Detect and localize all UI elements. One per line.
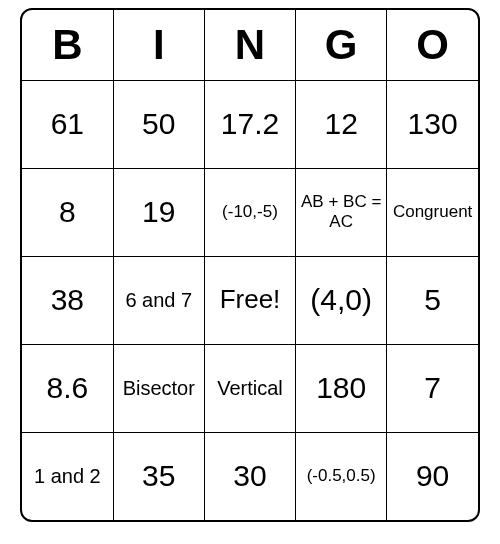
header-o: O [387, 10, 478, 80]
bingo-cell[interactable]: 180 [296, 344, 387, 432]
bingo-cell[interactable]: Bisector [113, 344, 204, 432]
bingo-cell[interactable]: 50 [113, 80, 204, 168]
bingo-cell[interactable]: (-10,-5) [204, 168, 295, 256]
header-n: N [204, 10, 295, 80]
bingo-cell[interactable]: 30 [204, 432, 295, 520]
bingo-row: 61 50 17.2 12 130 [22, 80, 478, 168]
bingo-cell[interactable]: 38 [22, 256, 113, 344]
bingo-cell[interactable]: 35 [113, 432, 204, 520]
bingo-cell[interactable]: 19 [113, 168, 204, 256]
bingo-row: 38 6 and 7 Free! (4,0) 5 [22, 256, 478, 344]
bingo-cell[interactable]: 8 [22, 168, 113, 256]
bingo-cell[interactable]: 12 [296, 80, 387, 168]
bingo-row: 8.6 Bisector Vertical 180 7 [22, 344, 478, 432]
free-cell[interactable]: Free! [204, 256, 295, 344]
bingo-grid: B I N G O 61 50 17.2 12 130 8 19 (-10,-5… [22, 10, 478, 520]
header-g: G [296, 10, 387, 80]
bingo-cell[interactable]: 8.6 [22, 344, 113, 432]
bingo-cell[interactable]: 17.2 [204, 80, 295, 168]
bingo-cell[interactable]: (-0.5,0.5) [296, 432, 387, 520]
bingo-row: 8 19 (-10,-5) AB + BC = AC Congruent [22, 168, 478, 256]
bingo-cell[interactable]: Vertical [204, 344, 295, 432]
header-b: B [22, 10, 113, 80]
bingo-cell[interactable]: 6 and 7 [113, 256, 204, 344]
bingo-card: B I N G O 61 50 17.2 12 130 8 19 (-10,-5… [20, 8, 480, 522]
bingo-cell[interactable]: 1 and 2 [22, 432, 113, 520]
bingo-cell[interactable]: 5 [387, 256, 478, 344]
bingo-cell[interactable]: 61 [22, 80, 113, 168]
bingo-cell[interactable]: 7 [387, 344, 478, 432]
bingo-cell[interactable]: AB + BC = AC [296, 168, 387, 256]
bingo-row: 1 and 2 35 30 (-0.5,0.5) 90 [22, 432, 478, 520]
header-i: I [113, 10, 204, 80]
header-row: B I N G O [22, 10, 478, 80]
bingo-cell[interactable]: Congruent [387, 168, 478, 256]
bingo-cell[interactable]: 90 [387, 432, 478, 520]
bingo-cell[interactable]: (4,0) [296, 256, 387, 344]
bingo-body: 61 50 17.2 12 130 8 19 (-10,-5) AB + BC … [22, 80, 478, 520]
bingo-cell[interactable]: 130 [387, 80, 478, 168]
